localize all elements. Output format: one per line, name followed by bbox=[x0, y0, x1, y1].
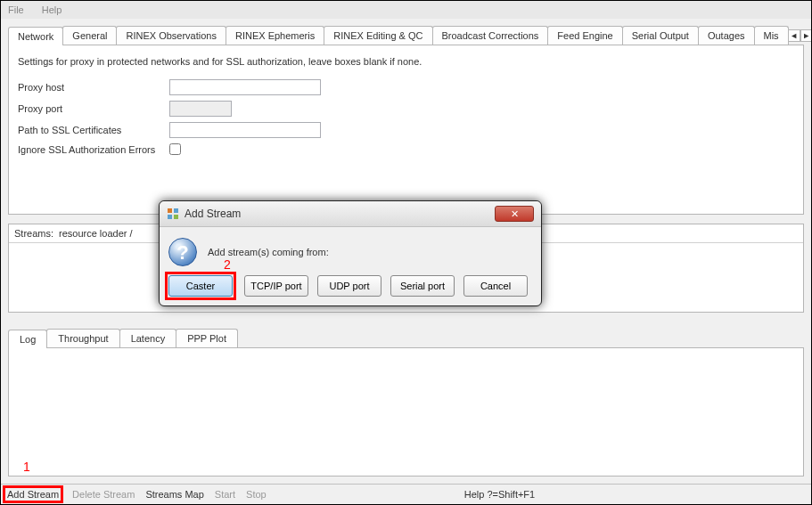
menubar: File Help bbox=[1, 1, 811, 19]
menu-file[interactable]: File bbox=[4, 3, 28, 17]
menu-help[interactable]: Help bbox=[38, 3, 66, 17]
ssl-path-input[interactable] bbox=[169, 122, 321, 138]
tab-feed-engine[interactable]: Feed Engine bbox=[547, 26, 622, 45]
tabs-bottom: Log Throughput Latency PPP Plot bbox=[8, 329, 804, 348]
tab-outages[interactable]: Outages bbox=[698, 26, 755, 45]
dialog-title: Add Stream bbox=[185, 208, 241, 220]
close-icon[interactable]: ✕ bbox=[495, 206, 534, 222]
network-panel: Settings for proxy in protected networks… bbox=[8, 45, 804, 215]
tab-general[interactable]: General bbox=[62, 26, 117, 45]
log-panel: 1 bbox=[8, 348, 804, 476]
streams-map-button[interactable]: Streams Map bbox=[145, 489, 203, 500]
network-description: Settings for proxy in protected networks… bbox=[18, 56, 794, 67]
svg-rect-0 bbox=[168, 208, 172, 213]
proxy-port-label: Proxy port bbox=[18, 103, 169, 114]
tab-broadcast[interactable]: Broadcast Corrections bbox=[432, 26, 549, 45]
app-icon bbox=[167, 208, 179, 220]
caster-button[interactable]: Caster bbox=[168, 275, 233, 297]
delete-stream-button[interactable]: Delete Stream bbox=[72, 489, 135, 500]
question-icon: ? bbox=[168, 238, 197, 266]
tab-misc[interactable]: Mis bbox=[754, 26, 789, 45]
bottom-toolbar: Add Stream Delete Stream Streams Map Sta… bbox=[1, 484, 811, 504]
tab-log[interactable]: Log bbox=[8, 330, 47, 348]
tcpip-button[interactable]: TCP/IP port bbox=[244, 275, 308, 297]
proxy-port-input[interactable] bbox=[169, 101, 232, 117]
svg-rect-2 bbox=[168, 215, 172, 219]
tab-rinex-editing[interactable]: RINEX Editing & QC bbox=[324, 26, 432, 45]
annotation-1: 1 bbox=[23, 460, 30, 474]
proxy-host-input[interactable] bbox=[169, 79, 321, 95]
streams-label: Streams: bbox=[14, 228, 53, 239]
ignore-ssl-checkbox[interactable] bbox=[169, 143, 181, 155]
ssl-path-label: Path to SSL Certificates bbox=[18, 125, 169, 135]
tab-rinex-eph[interactable]: RINEX Ephemeris bbox=[226, 26, 324, 45]
ignore-ssl-label: Ignore SSL Authorization Errors bbox=[18, 144, 169, 155]
tab-rinex-obs[interactable]: RINEX Observations bbox=[116, 26, 226, 45]
stop-button[interactable]: Stop bbox=[246, 489, 267, 500]
tab-serial-output[interactable]: Serial Output bbox=[622, 26, 699, 45]
svg-rect-3 bbox=[174, 215, 178, 219]
tabs-top: Network General RINEX Observations RINEX… bbox=[8, 26, 804, 45]
proxy-host-label: Proxy host bbox=[18, 82, 169, 93]
serial-button[interactable]: Serial port bbox=[390, 275, 455, 297]
tab-scroll-buttons: ◄ ► bbox=[788, 26, 812, 45]
tab-scroll-left-icon[interactable]: ◄ bbox=[788, 29, 800, 42]
udp-button[interactable]: UDP port bbox=[317, 275, 381, 297]
streams-text: resource loader / bbox=[59, 228, 133, 239]
tab-scroll-right-icon[interactable]: ► bbox=[800, 29, 812, 42]
svg-rect-1 bbox=[174, 208, 178, 213]
add-stream-dialog: Add Stream ✕ ? Add stream(s) coming from… bbox=[159, 200, 542, 306]
start-button[interactable]: Start bbox=[215, 489, 235, 500]
help-text: Help ?=Shift+F1 bbox=[464, 489, 536, 500]
tab-latency[interactable]: Latency bbox=[119, 329, 177, 347]
tab-throughput[interactable]: Throughput bbox=[46, 329, 119, 347]
annotation-2: 2 bbox=[224, 257, 231, 272]
add-stream-button[interactable]: Add Stream bbox=[3, 485, 63, 503]
cancel-button[interactable]: Cancel bbox=[463, 275, 528, 297]
dialog-message: Add stream(s) coming from: bbox=[208, 247, 329, 257]
tab-ppp-plot[interactable]: PPP Plot bbox=[176, 329, 238, 347]
dialog-titlebar[interactable]: Add Stream ✕ bbox=[160, 201, 541, 227]
tab-network[interactable]: Network bbox=[8, 27, 63, 45]
